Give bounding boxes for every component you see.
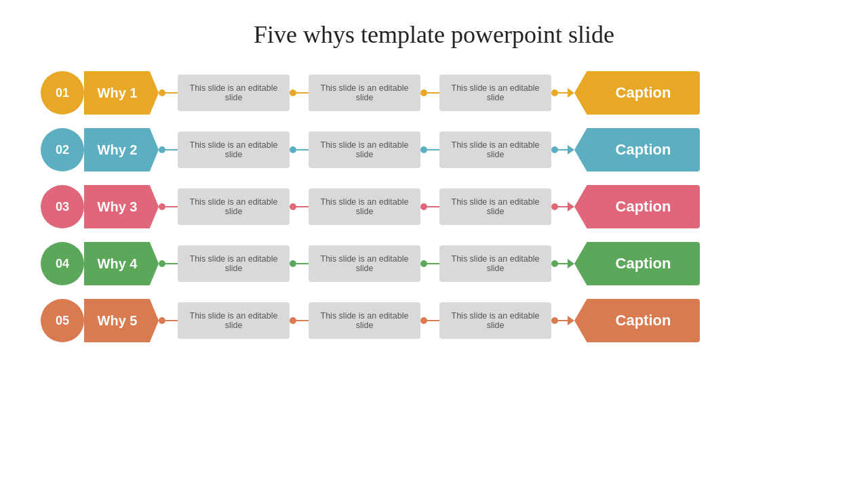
- slide-title: Five whys template powerpoint slide: [254, 20, 614, 49]
- final-dot-3: [551, 203, 558, 210]
- line-2-1: [165, 149, 178, 150]
- line-5-1: [165, 320, 178, 321]
- dot-4-1: [159, 260, 165, 267]
- final-line-4: [558, 263, 568, 264]
- line-5-3: [427, 320, 439, 321]
- dot-5-1: [159, 317, 165, 324]
- step-box-5-2: This slide is an editable slide: [309, 302, 420, 339]
- connector-1-3: [420, 89, 439, 96]
- badge-1: 01: [41, 71, 84, 115]
- arrow-head-2: [568, 145, 574, 155]
- caption-box-5: Caption: [574, 299, 700, 342]
- line-2-2: [296, 149, 309, 150]
- connector-3-1: [159, 203, 178, 210]
- step-box-3-1: This slide is an editable slide: [178, 188, 290, 225]
- step-box-5-3: This slide is an editable slide: [439, 302, 551, 339]
- arrow-connector-3: [551, 202, 574, 211]
- badge-3: 03: [41, 185, 84, 228]
- line-1-2: [296, 92, 309, 94]
- badge-5: 05: [41, 299, 84, 342]
- connector-5-1: [159, 317, 178, 324]
- step-box-2-3: This slide is an editable slide: [439, 131, 551, 168]
- rows-container: 01Why 1This slide is an editable slideTh…: [41, 69, 827, 344]
- why-box-4: Why 4: [84, 242, 159, 285]
- arrow-connector-5: [551, 316, 574, 325]
- dot-2-1: [159, 146, 165, 153]
- arrow-connector-4: [551, 259, 574, 268]
- slide: Five whys template powerpoint slide 01Wh…: [0, 0, 868, 488]
- dot-3-2: [290, 203, 296, 210]
- line-2-3: [427, 149, 439, 150]
- line-4-2: [296, 263, 309, 264]
- final-line-1: [558, 92, 568, 94]
- dot-1-3: [420, 89, 427, 96]
- connector-3-3: [420, 203, 439, 210]
- arrow-connector-1: [551, 88, 574, 98]
- final-dot-1: [551, 89, 558, 96]
- dot-2-3: [420, 146, 427, 153]
- connector-2-1: [159, 146, 178, 153]
- final-line-2: [558, 149, 568, 150]
- row-2: 02Why 2This slide is an editable slideTh…: [41, 126, 827, 174]
- final-line-5: [558, 320, 568, 321]
- step-box-4-1: This slide is an editable slide: [178, 245, 290, 282]
- step-box-1-2: This slide is an editable slide: [309, 75, 420, 111]
- why-box-2: Why 2: [84, 128, 159, 171]
- line-1-3: [427, 92, 439, 94]
- step-box-3-2: This slide is an editable slide: [309, 188, 420, 225]
- line-4-1: [165, 263, 178, 264]
- dot-3-3: [420, 203, 427, 210]
- dot-1-2: [290, 89, 296, 96]
- row-3: 03Why 3This slide is an editable slideTh…: [41, 183, 827, 230]
- row-5: 05Why 5This slide is an editable slideTh…: [41, 297, 827, 344]
- arrow-head-5: [568, 316, 574, 325]
- why-box-1: Why 1: [84, 71, 159, 115]
- final-line-3: [558, 206, 568, 207]
- step-box-4-3: This slide is an editable slide: [439, 245, 551, 282]
- step-box-1-3: This slide is an editable slide: [439, 75, 551, 111]
- step-box-1-1: This slide is an editable slide: [178, 75, 290, 111]
- why-box-5: Why 5: [84, 299, 159, 342]
- connector-2-2: [290, 146, 309, 153]
- row-1: 01Why 1This slide is an editable slideTh…: [41, 69, 827, 117]
- final-dot-5: [551, 317, 558, 324]
- line-1-1: [165, 92, 178, 94]
- connector-4-2: [290, 260, 309, 267]
- dot-3-1: [159, 203, 165, 210]
- dot-5-3: [420, 317, 427, 324]
- line-4-3: [427, 263, 439, 264]
- connector-5-3: [420, 317, 439, 324]
- badge-4: 04: [41, 242, 84, 285]
- step-box-3-3: This slide is an editable slide: [439, 188, 551, 225]
- caption-box-2: Caption: [574, 128, 700, 171]
- arrow-head-1: [568, 88, 574, 98]
- step-box-5-1: This slide is an editable slide: [178, 302, 290, 339]
- step-box-2-1: This slide is an editable slide: [178, 131, 290, 168]
- step-box-2-2: This slide is an editable slide: [309, 131, 420, 168]
- caption-box-4: Caption: [574, 242, 700, 285]
- line-3-3: [427, 206, 439, 207]
- final-dot-2: [551, 146, 558, 153]
- step-box-4-2: This slide is an editable slide: [309, 245, 420, 282]
- line-3-2: [296, 206, 309, 207]
- caption-box-3: Caption: [574, 185, 700, 228]
- connector-1-2: [290, 89, 309, 96]
- arrow-connector-2: [551, 145, 574, 155]
- line-3-1: [165, 206, 178, 207]
- line-5-2: [296, 320, 309, 321]
- connector-2-3: [420, 146, 439, 153]
- dot-5-2: [290, 317, 296, 324]
- connector-4-1: [159, 260, 178, 267]
- row-4: 04Why 4This slide is an editable slideTh…: [41, 240, 827, 287]
- why-box-3: Why 3: [84, 185, 159, 228]
- arrow-head-4: [568, 259, 574, 268]
- connector-5-2: [290, 317, 309, 324]
- dot-1-1: [159, 89, 165, 96]
- connector-3-2: [290, 203, 309, 210]
- dot-4-2: [290, 260, 296, 267]
- caption-box-1: Caption: [574, 71, 700, 115]
- dot-4-3: [420, 260, 427, 267]
- connector-4-3: [420, 260, 439, 267]
- arrow-head-3: [568, 202, 574, 211]
- badge-2: 02: [41, 128, 84, 171]
